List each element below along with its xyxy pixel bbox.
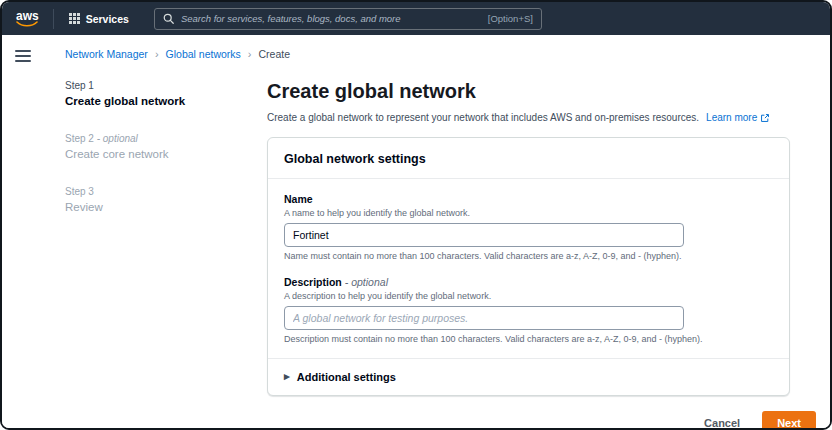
card-title: Global network settings bbox=[284, 152, 426, 166]
description-label-text: Description bbox=[284, 276, 342, 288]
step-number-label: Step 2 bbox=[65, 133, 94, 144]
wizard-steps-nav: Step 1 Create global network Step 2 - op… bbox=[52, 80, 267, 430]
external-link-icon bbox=[760, 113, 770, 123]
chevron-right-icon: › bbox=[155, 49, 159, 60]
learn-more-link[interactable]: Learn more bbox=[706, 112, 770, 123]
additional-settings-label: Additional settings bbox=[297, 371, 396, 383]
additional-settings-toggle[interactable]: ▶ Additional settings bbox=[284, 359, 773, 383]
card-header: Global network settings bbox=[268, 138, 789, 179]
global-network-name-input[interactable] bbox=[284, 223, 684, 247]
hamburger-menu-icon[interactable] bbox=[15, 50, 31, 62]
description-field-group: Description- optional A description to h… bbox=[284, 276, 773, 344]
aws-smile-icon bbox=[16, 21, 38, 27]
step-title: Create core network bbox=[65, 148, 267, 160]
name-field-helper: A name to help you identify the global n… bbox=[284, 208, 773, 218]
step-number-label: Step 1 bbox=[65, 80, 94, 91]
description-field-helper: A description to help you identify the g… bbox=[284, 291, 773, 301]
description-field-constraint: Description must contain no more than 10… bbox=[284, 334, 773, 344]
name-field-group: Name A name to help you identify the glo… bbox=[284, 193, 773, 261]
step-number-label: Step 3 bbox=[65, 186, 94, 197]
page-title: Create global network bbox=[267, 80, 816, 103]
wizard-footer: Cancel Next bbox=[267, 411, 816, 430]
card-body: Name A name to help you identify the glo… bbox=[268, 179, 789, 395]
left-rail bbox=[2, 35, 52, 428]
breadcrumb-global-networks[interactable]: Global networks bbox=[166, 48, 241, 60]
search-shortcut-hint: [Option+S] bbox=[488, 13, 533, 24]
description-optional-suffix: - optional bbox=[345, 276, 388, 288]
step-title: Review bbox=[65, 201, 267, 213]
services-label: Services bbox=[86, 13, 129, 25]
description-field-label: Description- optional bbox=[284, 276, 773, 288]
page-description: Create a global network to represent you… bbox=[267, 112, 816, 123]
aws-logo[interactable]: aws bbox=[12, 11, 43, 27]
search-input[interactable] bbox=[181, 13, 481, 24]
global-search[interactable]: [Option+S] bbox=[154, 8, 542, 30]
step-title: Create global network bbox=[65, 95, 267, 107]
breadcrumb: Network Manager › Global networks › Crea… bbox=[52, 48, 830, 60]
global-network-settings-card: Global network settings Name A name to h… bbox=[267, 137, 790, 396]
main-panel: Create global network Create a global ne… bbox=[267, 80, 830, 430]
name-field-label: Name bbox=[284, 193, 773, 205]
top-nav: aws Services [Option+S] bbox=[2, 2, 830, 35]
learn-more-label: Learn more bbox=[706, 112, 757, 123]
breadcrumb-current-page: Create bbox=[259, 48, 291, 60]
page-description-text: Create a global network to represent you… bbox=[267, 112, 699, 123]
wizard-step-3: Step 3 Review bbox=[65, 186, 267, 213]
chevron-right-icon: › bbox=[248, 49, 252, 60]
cancel-button[interactable]: Cancel bbox=[704, 417, 740, 429]
wizard-step-2: Step 2 - optional Create core network bbox=[65, 133, 267, 160]
next-button[interactable]: Next bbox=[762, 411, 816, 430]
search-icon bbox=[163, 13, 174, 24]
step-optional-label: - optional bbox=[97, 133, 138, 144]
nav-divider bbox=[53, 9, 54, 29]
services-menu-button[interactable]: Services bbox=[64, 11, 134, 27]
name-field-constraint: Name must contain no more than 100 chara… bbox=[284, 251, 773, 261]
global-network-description-input[interactable] bbox=[284, 306, 684, 330]
wizard-step-1: Step 1 Create global network bbox=[65, 80, 267, 107]
services-grid-icon bbox=[69, 13, 80, 24]
expand-triangle-icon: ▶ bbox=[284, 373, 290, 381]
page-content: Network Manager › Global networks › Crea… bbox=[2, 35, 830, 428]
app-window: aws Services [Option+S] bbox=[0, 0, 832, 430]
breadcrumb-network-manager[interactable]: Network Manager bbox=[65, 48, 148, 60]
aws-logo-text: aws bbox=[16, 11, 39, 21]
